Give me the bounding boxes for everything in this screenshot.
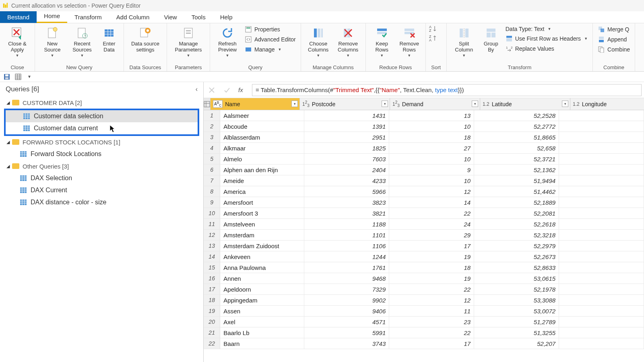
- replace-values-button[interactable]: 12 Replace Values: [504, 44, 589, 53]
- cell-latitude[interactable]: 51,8665: [474, 132, 559, 142]
- cell-name[interactable]: Ameide: [220, 175, 304, 186]
- cell-postcode[interactable]: 9406: [304, 306, 389, 316]
- cell-latitude[interactable]: 51,3255: [474, 327, 559, 338]
- keep-rows-button[interactable]: Keep Rows ▼: [369, 25, 395, 58]
- confirm-formula-icon[interactable]: [221, 84, 233, 96]
- cell-name[interactable]: Baarn: [220, 338, 304, 349]
- table-row[interactable]: 9Amersfoort38231452,1889: [204, 197, 644, 208]
- cell-latitude[interactable]: 51,2789: [474, 317, 559, 327]
- cell-latitude[interactable]: 52,2618: [474, 219, 559, 229]
- cell-name[interactable]: Amersfoort: [220, 197, 304, 208]
- cell-name[interactable]: Alphen aan den Rijn: [220, 165, 304, 175]
- cell-postcode[interactable]: 3821: [304, 208, 389, 218]
- column-filter-icon[interactable]: ▾: [291, 101, 298, 107]
- cell-postcode[interactable]: 2404: [304, 165, 389, 175]
- cell-latitude[interactable]: 53,0072: [474, 306, 559, 316]
- cell-postcode[interactable]: 3823: [304, 197, 389, 208]
- cancel-formula-icon[interactable]: [206, 84, 217, 96]
- table-row[interactable]: 17Apeldoorn73292252,1978: [204, 284, 644, 295]
- cell-demand[interactable]: 13: [389, 110, 474, 121]
- cell-postcode[interactable]: 1188: [304, 219, 389, 229]
- cell-demand[interactable]: 10: [389, 154, 474, 164]
- cell-postcode[interactable]: 4233: [304, 175, 389, 186]
- manage-parameters-button[interactable]: Manage Parameters ▼: [170, 25, 206, 58]
- cell-postcode[interactable]: 2951: [304, 132, 389, 142]
- cell-demand[interactable]: 23: [389, 317, 474, 327]
- cell-latitude[interactable]: 51,4462: [474, 186, 559, 197]
- cell-latitude[interactable]: 52,1889: [474, 197, 559, 208]
- table-row[interactable]: 7Ameide42331051,9494: [204, 175, 644, 186]
- cell-latitude[interactable]: 52,2772: [474, 121, 559, 132]
- table-row[interactable]: 12Amsterdam11012952,3218: [204, 230, 644, 241]
- cell-name[interactable]: Almelo: [220, 154, 304, 164]
- query-item[interactable]: Customer data current: [6, 122, 198, 134]
- table-row[interactable]: 21Baarlo Lb59912251,3255: [204, 327, 644, 338]
- cell-longitude[interactable]: [559, 132, 644, 142]
- advanced-editor-button[interactable]: Advanced Editor: [243, 35, 297, 44]
- cell-postcode[interactable]: 1244: [304, 251, 389, 262]
- fx-icon[interactable]: fx: [237, 84, 248, 96]
- cell-name[interactable]: Abcoude: [220, 121, 304, 132]
- manage-query-button[interactable]: Manage ▼: [243, 45, 297, 54]
- data-source-settings-button[interactable]: Data source settings: [127, 25, 163, 54]
- query-folder[interactable]: ◢CUSTOMER DATA [2]: [2, 97, 201, 109]
- menu-add-column[interactable]: Add Column: [109, 11, 157, 23]
- menu-tools[interactable]: Tools: [184, 11, 213, 23]
- column-filter-icon[interactable]: ▾: [562, 101, 568, 107]
- cell-longitude[interactable]: [559, 165, 644, 175]
- column-header-postcode[interactable]: 123Postcode▾: [300, 98, 390, 110]
- cell-postcode[interactable]: 5966: [304, 186, 389, 197]
- cell-longitude[interactable]: [559, 121, 644, 132]
- column-filter-icon[interactable]: ▾: [472, 101, 478, 107]
- table-row[interactable]: 8America59661251,4462: [204, 186, 644, 197]
- cell-name[interactable]: Assen: [220, 306, 304, 316]
- menu-help[interactable]: Help: [213, 11, 240, 23]
- cell-demand[interactable]: 22: [389, 327, 474, 338]
- cell-longitude[interactable]: [559, 273, 644, 284]
- split-column-button[interactable]: Split Column ▼: [450, 25, 478, 58]
- cell-name[interactable]: Alblasserdam: [220, 132, 304, 142]
- cell-latitude[interactable]: 52,2673: [474, 251, 559, 262]
- query-item[interactable]: Customer data selection: [6, 110, 198, 122]
- cell-postcode[interactable]: 1106: [304, 241, 389, 251]
- cell-latitude[interactable]: 52,1978: [474, 284, 559, 294]
- cell-demand[interactable]: 19: [389, 273, 474, 284]
- cell-demand[interactable]: 17: [389, 241, 474, 251]
- cell-latitude[interactable]: 52,207: [474, 338, 559, 349]
- cell-latitude[interactable]: 53,0615: [474, 273, 559, 284]
- table-row[interactable]: 14Ankeveen12441952,2673: [204, 251, 644, 262]
- grid-body[interactable]: 1Aalsmeer14311352,25282Abcoude13911052,2…: [204, 110, 644, 349]
- cell-postcode[interactable]: 7603: [304, 154, 389, 164]
- cell-demand[interactable]: 12: [389, 295, 474, 305]
- cell-longitude[interactable]: [559, 251, 644, 262]
- cell-postcode[interactable]: 1825: [304, 143, 389, 153]
- cell-postcode[interactable]: 1101: [304, 230, 389, 240]
- table-row[interactable]: 5Almelo76031052,3721: [204, 154, 644, 165]
- table-row[interactable]: 1Aalsmeer14311352,2528: [204, 110, 644, 121]
- cell-name[interactable]: Amsterdam Zuidoost: [220, 241, 304, 251]
- append-queries-button[interactable]: Append: [596, 35, 632, 44]
- cell-latitude[interactable]: 53,3088: [474, 295, 559, 305]
- cell-postcode[interactable]: 1391: [304, 121, 389, 132]
- table-row[interactable]: 10Amersfoort 338212252,2081: [204, 208, 644, 219]
- formula-input[interactable]: = Table.TransformColumns(#"Trimmed Text"…: [252, 84, 642, 96]
- cell-demand[interactable]: 18: [389, 132, 474, 142]
- cell-longitude[interactable]: [559, 338, 644, 349]
- cell-name[interactable]: Axel: [220, 317, 304, 327]
- query-folder[interactable]: ◢Other Queries [3]: [2, 160, 201, 172]
- cell-postcode[interactable]: 7329: [304, 284, 389, 294]
- remove-columns-button[interactable]: Remove Columns ▼: [334, 25, 362, 58]
- cell-longitude[interactable]: [559, 154, 644, 164]
- table-icon[interactable]: [14, 73, 22, 80]
- cell-name[interactable]: Ankeveen: [220, 251, 304, 262]
- cell-name[interactable]: Annen: [220, 273, 304, 284]
- cell-name[interactable]: Aalsmeer: [220, 110, 304, 121]
- recent-sources-button[interactable]: Recent Sources ▼: [68, 25, 96, 58]
- table-row[interactable]: 22Baarn37431752,207: [204, 338, 644, 349]
- cell-name[interactable]: Apeldoorn: [220, 284, 304, 294]
- column-header-longitude[interactable]: 1.2Longitude▾: [570, 98, 644, 110]
- cell-postcode[interactable]: 1761: [304, 262, 389, 273]
- cell-latitude[interactable]: 52,2081: [474, 208, 559, 218]
- cell-demand[interactable]: 17: [389, 338, 474, 349]
- cell-name[interactable]: Amsterdam: [220, 230, 304, 240]
